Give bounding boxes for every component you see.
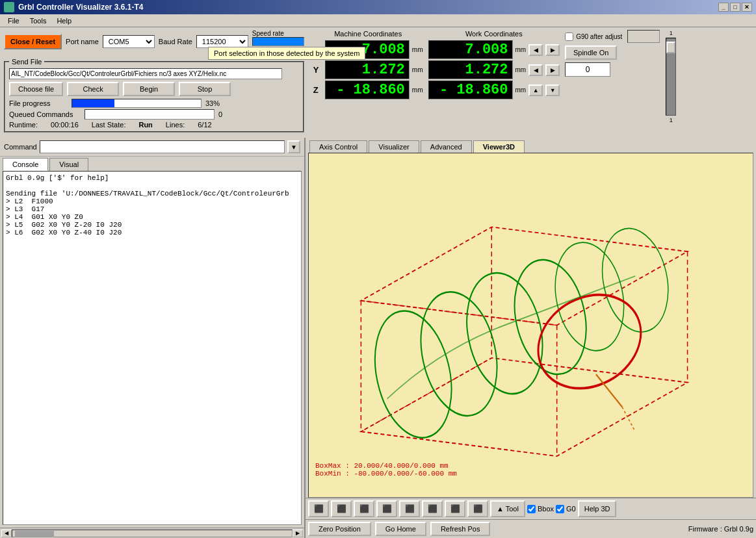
tab-advanced[interactable]: Advanced bbox=[421, 140, 472, 153]
tool-button[interactable]: ▲ Tool bbox=[490, 500, 525, 517]
file-path-input[interactable] bbox=[9, 68, 282, 79]
vertical-slider[interactable]: 1 1 bbox=[665, 30, 677, 123]
baud-label: Baud Rate bbox=[159, 38, 192, 45]
view-fit-button[interactable]: ⬛ bbox=[445, 500, 465, 517]
work-y-mm: mm bbox=[515, 66, 527, 73]
right-panel: Axis Control Visualizer Advanced Viewer3… bbox=[306, 138, 756, 538]
lines-value: 6/12 bbox=[198, 121, 211, 129]
command-input[interactable] bbox=[40, 140, 285, 153]
progress-pct: 33% bbox=[205, 99, 220, 107]
check-button[interactable]: Check bbox=[67, 82, 119, 96]
runtime-row: Runtime: 00:00:16 Last State: Run Lines:… bbox=[9, 121, 299, 129]
menubar: File Tools Help bbox=[0, 14, 756, 27]
progress-bar-outer bbox=[72, 99, 202, 108]
work-x-down-button[interactable]: ▶ bbox=[545, 44, 560, 56]
view-top-button[interactable]: ⬛ bbox=[399, 500, 420, 517]
view-reset-button[interactable]: ⬛ bbox=[467, 500, 488, 517]
refresh-pos-button[interactable]: Refresh Pos bbox=[430, 522, 491, 536]
port-label: Port name bbox=[66, 38, 99, 45]
bbox-checkbox[interactable] bbox=[527, 505, 536, 513]
box-min-text: BoxMin : -80.000/0.000/-60.000 mm bbox=[315, 470, 457, 478]
work-y-up-button[interactable]: ◀ bbox=[528, 64, 543, 76]
work-x-row: 7.008 mm ◀ ▶ bbox=[428, 40, 560, 59]
go-home-button[interactable]: Go Home bbox=[375, 522, 426, 536]
machine-y-row: Y 1.272 mm bbox=[313, 60, 423, 79]
queued-count: 0 bbox=[218, 110, 222, 118]
svg-point-8 bbox=[454, 259, 555, 407]
h-scrollbar-track[interactable] bbox=[12, 530, 293, 537]
help-3d-button[interactable]: Help 3D bbox=[578, 500, 617, 517]
minimize-button[interactable]: _ bbox=[718, 3, 729, 12]
viewer-3d[interactable]: BoxMax : 20.000/40.000/0.000 mm BoxMin :… bbox=[308, 153, 753, 498]
zero-position-button[interactable]: Zero Position bbox=[308, 522, 371, 536]
bbox-label: Bbox bbox=[538, 505, 554, 513]
tab-visual[interactable]: Visual bbox=[49, 158, 88, 171]
runtime-label: Runtime: bbox=[9, 121, 38, 129]
work-coords-header: Work Coordinates bbox=[465, 30, 523, 38]
view-left-button[interactable]: ⬛ bbox=[354, 500, 374, 517]
top-controls-area: Close / Reset Port name COM5 Baud Rate 1… bbox=[0, 27, 756, 138]
port-name-select[interactable]: COM5 bbox=[103, 35, 155, 48]
command-arrow-button[interactable]: ▼ bbox=[287, 140, 300, 153]
queued-row: Queued Commands 0 bbox=[9, 109, 299, 120]
titlebar-title: Grbl Controller Visualizer 3.6.1-T4 bbox=[18, 3, 144, 12]
close-button[interactable]: ✕ bbox=[742, 3, 752, 12]
view-back-button[interactable]: ⬛ bbox=[331, 500, 352, 517]
scroll-left-button[interactable]: ◀ bbox=[1, 530, 12, 537]
close-reset-button[interactable]: Close / Reset bbox=[4, 34, 62, 49]
machine-y-mm: mm bbox=[412, 66, 423, 73]
view-iso-button[interactable]: ⬛ bbox=[422, 500, 443, 517]
work-x-up-button[interactable]: ◀ bbox=[528, 44, 543, 56]
work-z-down-button[interactable]: ▼ bbox=[545, 84, 560, 96]
work-z-up-button[interactable]: ▲ bbox=[528, 84, 543, 96]
work-y-row: 1.272 mm ◀ ▶ bbox=[428, 60, 560, 79]
tab-axis-control[interactable]: Axis Control bbox=[309, 140, 367, 153]
spindle-value-input[interactable] bbox=[565, 62, 610, 77]
tab-viewer3d[interactable]: Viewer3D bbox=[473, 140, 525, 153]
svg-point-7 bbox=[408, 279, 510, 429]
svg-point-12 bbox=[530, 281, 649, 402]
slider-track[interactable] bbox=[666, 38, 676, 116]
stop-button[interactable]: Stop bbox=[179, 82, 231, 96]
work-y-down-button[interactable]: ▶ bbox=[545, 64, 560, 76]
svg-line-13 bbox=[596, 374, 622, 407]
bbox-checkbox-group: Bbox bbox=[527, 505, 554, 513]
svg-line-14 bbox=[622, 407, 635, 431]
tab-console[interactable]: Console bbox=[3, 158, 48, 171]
h-scroll-thumb[interactable] bbox=[15, 531, 54, 537]
menu-tools[interactable]: Tools bbox=[25, 16, 52, 26]
last-state-label: Last State: bbox=[92, 121, 126, 129]
g0-label: G0 bbox=[566, 505, 576, 513]
view-front-button[interactable]: ⬛ bbox=[308, 500, 329, 517]
command-label: Command bbox=[4, 143, 37, 151]
machine-z-mm: mm bbox=[412, 86, 423, 94]
machine-y-value: 1.272 bbox=[325, 60, 410, 79]
view-right-button[interactable]: ⬛ bbox=[376, 500, 397, 517]
begin-button[interactable]: Begin bbox=[123, 82, 175, 96]
slider-bottom-num: 1 bbox=[670, 117, 673, 123]
menu-help[interactable]: Help bbox=[51, 16, 77, 26]
slider-knob[interactable] bbox=[666, 42, 675, 53]
work-z-mm: mm bbox=[515, 86, 527, 94]
send-file-section: Send File Choose file Check Begin Stop F… bbox=[4, 58, 304, 133]
tab-visualizer[interactable]: Visualizer bbox=[369, 140, 419, 153]
speed-label: Speed rate bbox=[252, 30, 284, 37]
queued-input-box bbox=[85, 109, 215, 120]
viewer-bottom-bar: Zero Position Go Home Refresh Pos Firmwa… bbox=[306, 519, 756, 538]
runtime-value: 00:00:16 bbox=[51, 121, 79, 129]
g0-checkbox[interactable] bbox=[556, 505, 564, 513]
machine-x-mm: mm bbox=[412, 46, 423, 53]
menu-file[interactable]: File bbox=[3, 16, 25, 26]
g90-checkbox[interactable] bbox=[565, 32, 573, 41]
viewer-tabs-row: Axis Control Visualizer Advanced Viewer3… bbox=[306, 138, 756, 153]
viewer-svg bbox=[309, 153, 753, 497]
spindle-button[interactable]: Spindle On bbox=[565, 45, 617, 60]
baud-rate-select[interactable]: 115200 bbox=[196, 35, 248, 48]
machine-coords-block: Machine Coordinates X 7.008 mm Y 1.272 m… bbox=[313, 30, 423, 101]
z-axis-label: Z bbox=[313, 85, 322, 95]
machine-z-value: - 18.860 bbox=[325, 81, 410, 99]
g90-area: G90 after adjust bbox=[565, 30, 660, 43]
choose-file-button[interactable]: Choose file bbox=[9, 82, 63, 96]
scroll-right-button[interactable]: ▶ bbox=[293, 530, 303, 537]
maximize-button[interactable]: □ bbox=[730, 3, 740, 12]
